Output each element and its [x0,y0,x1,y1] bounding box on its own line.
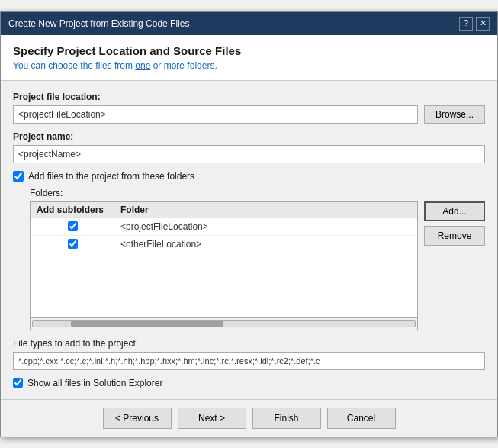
table-row[interactable]: <projectFileLocation> [31,218,417,236]
close-button[interactable]: ✕ [476,17,490,31]
finish-button[interactable]: Finish [252,408,321,429]
col-header-subfolders: Add subfolders [31,205,114,215]
show-files-checkbox[interactable] [13,378,23,388]
help-button[interactable]: ? [459,17,473,31]
horizontal-scrollbar[interactable] [31,317,417,330]
project-file-location-input[interactable] [13,105,418,124]
project-name-row [13,145,485,163]
file-types-section: File types to add to the project: [13,338,485,370]
add-button[interactable]: Add... [424,201,485,221]
col-header-folder: Folder [114,205,417,215]
remove-button[interactable]: Remove [424,226,485,246]
title-bar: Create New Project from Existing Code Fi… [1,12,497,35]
folders-label: Folders: [30,188,485,198]
content-section: Project file location: Browse... Project… [1,81,497,399]
row-0-checkbox[interactable] [68,221,78,231]
browse-button[interactable]: Browse... [424,105,485,124]
page-subtitle: You can choose the files from one or mor… [13,60,485,71]
show-files-checkbox-row: Show all files in Solution Explorer [13,378,485,388]
row-1-checkbox[interactable] [68,239,78,249]
previous-button[interactable]: < Previous [103,408,172,429]
header-section: Specify Project Location and Source File… [1,35,497,81]
footer: < Previous Next > Finish Cancel [1,399,497,437]
table-header: Add subfolders Folder [31,202,417,218]
table-scroll-area[interactable]: <projectFileLocation> <otherFileLocation… [31,218,417,317]
cell-subfolders-0 [31,220,114,233]
cell-folder-1: <otherFileLocation> [114,237,417,251]
project-name-input[interactable] [13,145,485,163]
scrollbar-thumb [71,321,223,327]
project-file-location-row: Browse... [13,105,485,124]
dialog-title: Create New Project from Existing Code Fi… [8,18,189,29]
cell-subfolders-1 [31,237,114,250]
page-title: Specify Project Location and Source File… [13,44,485,57]
cell-folder-0: <projectFileLocation> [114,220,417,234]
folders-table-container: Add subfolders Folder <projectFileLocati… [30,201,418,330]
show-files-label[interactable]: Show all files in Solution Explorer [27,378,162,388]
project-file-location-label: Project file location: [13,92,485,102]
add-files-checkbox-row: Add files to the project from these fold… [13,171,485,182]
folders-area: Add subfolders Folder <projectFileLocati… [30,201,485,330]
scrollbar-track [32,320,416,327]
file-types-label: File types to add to the project: [13,338,485,349]
table-row[interactable]: <otherFileLocation> [31,236,417,253]
title-bar-buttons: ? ✕ [459,17,490,31]
add-files-checkbox[interactable] [13,171,24,182]
dialog-window: Create New Project from Existing Code Fi… [0,11,498,437]
project-name-label: Project name: [13,131,485,142]
file-types-input[interactable] [13,352,485,370]
add-files-label[interactable]: Add files to the project from these fold… [28,171,194,182]
side-buttons: Add... Remove [424,201,485,330]
cancel-button[interactable]: Cancel [327,408,396,429]
next-button[interactable]: Next > [178,408,246,429]
